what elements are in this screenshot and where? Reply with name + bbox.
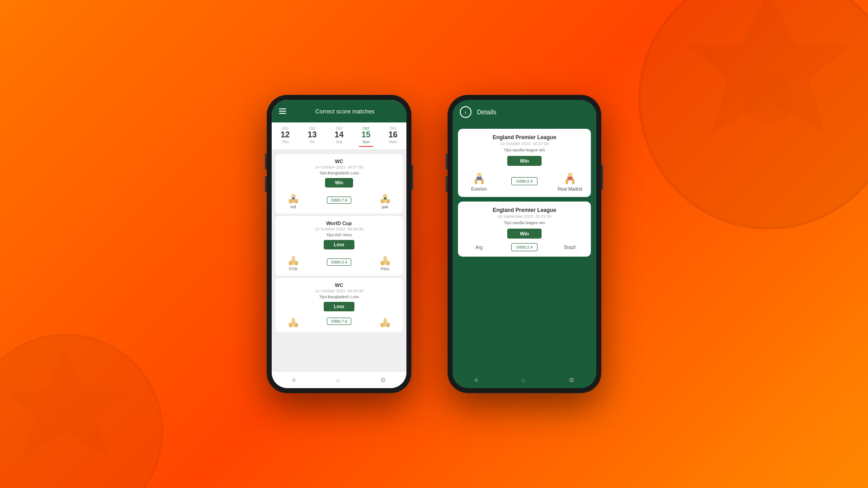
phone-1: Correct score matches Oct 12 Thu Oct 13 … <box>267 95 411 393</box>
svg-rect-33 <box>295 324 297 327</box>
match-teams-1: ind Odds:7.6 <box>281 191 397 209</box>
svg-rect-31 <box>291 320 295 324</box>
team-peru-icon <box>379 253 392 266</box>
result-btn-loss-2[interactable]: Loss <box>324 240 354 249</box>
date-tab-oct12[interactable]: Oct 12 Thu <box>272 125 299 145</box>
svg-point-20 <box>292 256 295 259</box>
bg-ball-right <box>633 0 868 235</box>
svg-rect-23 <box>295 262 297 265</box>
match-card-1: WC 14 October 2023 06:57:00 Tips:Banglad… <box>275 154 403 214</box>
team-arg: Arg <box>464 245 494 250</box>
day-number: 13 <box>300 131 325 140</box>
day-name: Thu <box>273 140 298 144</box>
team-ind-icon <box>287 191 300 204</box>
date-tabs: Oct 12 Thu Oct 13 Fri Oct 14 Sat <box>272 122 406 150</box>
svg-rect-21 <box>291 258 295 262</box>
svg-rect-27 <box>381 262 383 265</box>
match-datetime: 14 October 2023 06:57:00 <box>281 165 397 169</box>
everton-icon <box>472 170 486 185</box>
menu-icon[interactable] <box>279 108 286 114</box>
details-tips-1: Tips:saudia league win <box>464 148 585 152</box>
phones-container: Correct score matches Oct 12 Thu Oct 13 … <box>267 95 601 393</box>
details-tips-2: Tips:saudia league win <box>464 221 585 225</box>
phone-2: ‹ Details England Premier League 14 Octo… <box>448 95 601 393</box>
day-name: Fri <box>300 140 325 144</box>
date-tab-oct15-active[interactable]: Oct 15 Sun <box>353 125 380 145</box>
svg-rect-26 <box>383 258 387 262</box>
bottom-icon-1[interactable]: ≡ <box>292 376 296 384</box>
team-right-3-icon <box>379 315 392 328</box>
match-tips-2: Tips:IND Wins <box>281 233 397 237</box>
real-madrid-icon <box>563 170 577 185</box>
match-league-2: WorlD Cup <box>281 221 397 226</box>
details-teams-1: Everton Odds:2.4 Real Madrid <box>464 170 585 192</box>
svg-point-10 <box>292 194 295 197</box>
bg-ball-left <box>0 330 167 488</box>
team-everton: Everton <box>464 170 494 192</box>
match-tips: Tips:Bangladesh Loss <box>281 171 397 175</box>
details-content: England Premier League 14 October 2023 0… <box>453 124 596 371</box>
bottom-icon-p2-3[interactable]: ⚙ <box>569 376 575 384</box>
team-real-madrid: Real Madrid <box>555 170 585 192</box>
details-league-1: England Premier League <box>464 134 585 141</box>
svg-rect-28 <box>387 262 389 265</box>
date-tab-oct13[interactable]: Oct 13 Fri <box>299 125 326 145</box>
match-tips-3: Tips:Bangladesh Loss <box>281 295 397 299</box>
day-name: Sun <box>354 140 379 144</box>
odds-badge-2: Odds:2.4 <box>327 258 352 266</box>
details-datetime-1: 14 October 2023 06:37:00 <box>464 141 585 146</box>
svg-rect-11 <box>292 197 295 199</box>
result-btn-loss-3[interactable]: Loss <box>324 302 354 311</box>
svg-rect-18 <box>384 197 387 199</box>
result-btn-win-1[interactable]: Win <box>325 178 353 188</box>
phone-2-screen: ‹ Details England Premier League 14 Octo… <box>453 100 596 388</box>
date-tab-oct16[interactable]: Oct 16 Mon <box>379 125 406 145</box>
details-card-1: England Premier League 14 October 2023 0… <box>458 129 591 197</box>
date-tab-oct14[interactable]: Oct 14 Sat <box>326 125 353 145</box>
team-right-3 <box>373 315 397 328</box>
day-number: 12 <box>273 131 298 140</box>
details-result-btn-1[interactable]: Win <box>507 156 542 166</box>
bottom-icon-2[interactable]: ⌂ <box>336 376 340 384</box>
svg-rect-32 <box>289 324 291 327</box>
svg-rect-8 <box>289 200 291 203</box>
team-pak-icon <box>379 191 392 204</box>
details-league-2: England Premier League <box>464 207 585 213</box>
details-result-btn-2[interactable]: Win <box>507 229 542 239</box>
match-league-3: WC <box>281 282 397 288</box>
bottom-icon-p2-2[interactable]: ⌂ <box>521 376 525 384</box>
team-left-3-icon <box>287 315 300 328</box>
team-peru: Peru <box>373 253 397 271</box>
svg-point-25 <box>383 256 387 259</box>
phone2-header: ‹ Details <box>453 100 596 124</box>
match-league: WC <box>281 159 397 164</box>
phone2-title: Details <box>477 108 496 116</box>
phone2-bottom-bar: ≡ ⌂ ⚙ <box>453 371 596 388</box>
phone-1-screen: Correct score matches Oct 12 Thu Oct 13 … <box>272 100 406 388</box>
details-teams-2: Arg Odds:2.4 Brazil <box>464 243 585 251</box>
match-teams-2: FCB Odds:2.4 Peru <box>281 253 397 271</box>
svg-rect-15 <box>381 200 383 203</box>
day-name: Sat <box>326 140 352 144</box>
phone1-title: Correct score matches <box>291 108 399 115</box>
svg-rect-48 <box>567 177 573 180</box>
svg-point-30 <box>292 318 295 321</box>
details-card-2: England Premier League 29 September 2023… <box>458 202 591 257</box>
svg-rect-16 <box>387 200 389 203</box>
svg-rect-38 <box>387 324 389 327</box>
team-pak: pak <box>373 191 397 209</box>
match-datetime-2: 14 October 2023 06:56:00 <box>281 227 397 231</box>
odds-badge-1: Odds:7.6 <box>327 197 352 204</box>
details-odds-2: Odds:2.4 <box>511 243 538 251</box>
bottom-icon-p2-1[interactable]: ≡ <box>474 376 478 384</box>
match-datetime-3: 14 October 2023 06:55:00 <box>281 289 397 293</box>
day-name: Mon <box>380 140 406 144</box>
back-button[interactable]: ‹ <box>460 106 472 118</box>
match-card-2: WorlD Cup 14 October 2023 06:56:00 Tips:… <box>275 216 403 276</box>
phone1-bottom-bar: ≡ ⌂ ⚙ <box>272 371 406 388</box>
match-card-3: WC 14 October 2023 06:55:00 Tips:Banglad… <box>275 278 403 332</box>
bottom-icon-3[interactable]: ⚙ <box>380 376 386 384</box>
details-odds-1: Odds:2.4 <box>511 177 538 185</box>
svg-rect-22 <box>289 262 291 265</box>
svg-point-35 <box>383 318 387 321</box>
